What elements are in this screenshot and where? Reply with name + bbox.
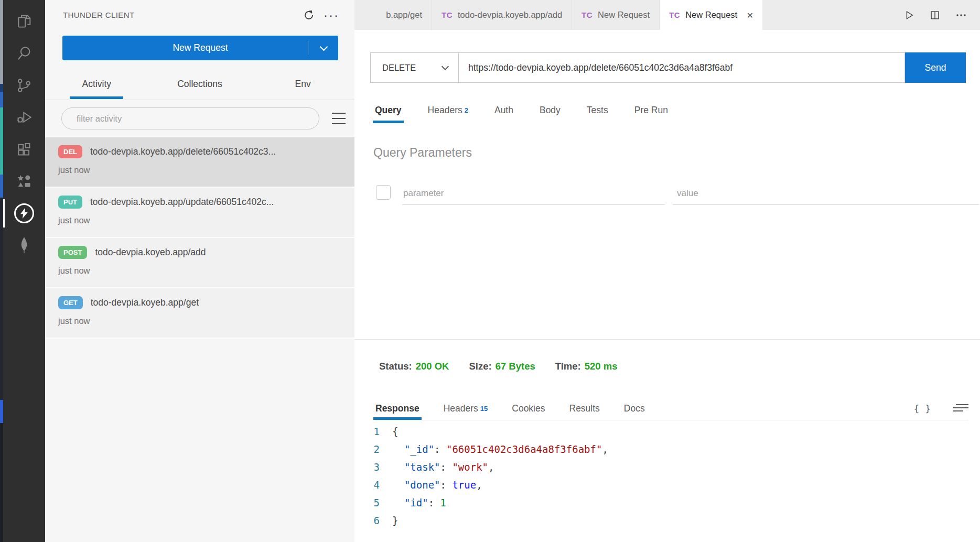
activity-bar-item-extensions-icon[interactable] [3, 133, 45, 165]
request-tab-tests[interactable]: Tests [587, 97, 608, 123]
method-badge: GET [58, 296, 83, 309]
code-line: 2 "_id": "66051c402c3d6a4a8f3f6abf", [354, 440, 980, 458]
hamburger-icon[interactable] [332, 113, 347, 124]
url-input[interactable] [459, 53, 904, 82]
request-tab-headers[interactable]: Headers2 [428, 97, 468, 123]
code-text: "id": 1 [380, 494, 446, 512]
vscode-window: THUNDER CLIENT ··· New Request ActivityC… [0, 0, 980, 542]
response-tab-docs[interactable]: Docs [624, 397, 645, 420]
chevron-down-icon[interactable] [320, 43, 328, 51]
tab-label: Response [375, 403, 419, 414]
request-tab-body[interactable]: Body [540, 97, 561, 123]
sidebar-more-icon[interactable]: ··· [322, 7, 341, 24]
response-tab-results[interactable]: Results [569, 397, 600, 420]
tab-label: Results [569, 403, 600, 414]
activity-item[interactable]: PUTtodo-devpia.koyeb.app/update/66051c40… [45, 188, 354, 238]
response-body[interactable]: 1{2 "_id": "66051c402c3d6a4a8f3f6abf",3 … [354, 422, 980, 542]
tab-label: Query [375, 105, 402, 116]
line-number: 5 [354, 494, 380, 512]
value-input[interactable] [673, 182, 979, 205]
search-icon [15, 45, 33, 62]
code-line: 6} [354, 512, 980, 529]
run-icon[interactable] [903, 9, 915, 21]
activity-bar-item-mongodb-icon[interactable] [3, 229, 45, 261]
format-lines-icon[interactable] [953, 404, 968, 413]
parameter-input[interactable] [402, 182, 665, 205]
request-time: just now [58, 165, 349, 175]
status-label: Status: [379, 361, 412, 372]
time-group: Time:520 ms [555, 361, 618, 372]
request-tab-query[interactable]: Query [375, 97, 402, 123]
thunder-client-icon [14, 203, 34, 223]
ellipsis-icon[interactable] [955, 9, 967, 21]
sidebar-tabs: ActivityCollectionsEnv [45, 69, 354, 99]
editor-tab[interactable]: TCtodo-devpia.koyeb.app/add [432, 0, 572, 30]
thunder-client-sidebar: THUNDER CLIENT ··· New Request ActivityC… [45, 0, 354, 542]
line-number: 2 [354, 440, 380, 458]
code-text: { [380, 422, 398, 440]
request-time: just now [58, 266, 349, 276]
response-tab-cookies[interactable]: Cookies [512, 397, 545, 420]
filter-activity-input[interactable] [61, 107, 319, 129]
method-badge: DEL [58, 145, 82, 158]
new-request-button[interactable]: New Request [62, 36, 338, 60]
tab-label: Pre Run [634, 105, 668, 116]
separator [45, 100, 354, 100]
time-label: Time: [555, 361, 581, 372]
size-label: Size: [469, 361, 491, 372]
editor-tab[interactable]: TCNew Request× [660, 0, 762, 30]
files-icon [15, 13, 33, 30]
activity-item[interactable]: POSTtodo-devpia.koyeb.app/addjust now [45, 238, 354, 288]
activity-bar-item-run-debug-icon[interactable] [3, 101, 45, 133]
request-tabs: QueryHeaders2AuthBodyTestsPre Run [375, 97, 694, 123]
editor-tab[interactable]: TCNew Request [572, 0, 660, 30]
tab-label: Docs [624, 403, 645, 414]
parameter-checkbox[interactable] [376, 185, 391, 200]
request-url: todo-devpia.koyeb.app/get [91, 297, 199, 308]
code-text: "task": "work", [380, 458, 494, 476]
activity-bar-item-shapes-icon[interactable] [3, 165, 45, 197]
size-group: Size:67 Bytes [469, 361, 535, 372]
request-time: just now [58, 215, 349, 225]
activity-bar-item-source-control-icon[interactable] [3, 69, 45, 101]
sidebar-tab-env[interactable]: Env [251, 69, 354, 99]
editor-tab-label: New Request [685, 10, 737, 20]
sidebar-title: THUNDER CLIENT [63, 10, 134, 19]
editor-tab[interactable]: b.app/get [354, 0, 432, 30]
mongodb-icon [17, 236, 31, 254]
request-tab-pre-run[interactable]: Pre Run [634, 97, 668, 123]
editor-area: b.app/getTCtodo-devpia.koyeb.app/addTCNe… [354, 0, 980, 542]
tab-count-badge: 15 [480, 405, 488, 413]
response-tab-headers[interactable]: Headers15 [444, 397, 488, 420]
refresh-icon[interactable] [300, 7, 317, 24]
tab-label: Headers [428, 105, 462, 116]
send-button[interactable]: Send [905, 52, 966, 83]
braces-icon[interactable]: { } [913, 403, 931, 414]
method-badge: POST [58, 246, 87, 259]
activity-item[interactable]: GETtodo-devpia.koyeb.app/getjust now [45, 288, 354, 339]
tab-label: Tests [587, 105, 608, 116]
sidebar-tab-collections[interactable]: Collections [148, 69, 252, 99]
request-tab-auth[interactable]: Auth [494, 97, 513, 123]
query-parameters-title: Query Parameters [373, 146, 472, 160]
response-status-row: Status:200 OK Size:67 Bytes Time:520 ms [379, 361, 618, 372]
code-line: 4 "done": true, [354, 476, 980, 494]
method-value: DELETE [382, 63, 416, 73]
shapes-icon [15, 172, 33, 190]
sidebar-tab-activity[interactable]: Activity [45, 69, 148, 99]
activity-item[interactable]: DELtodo-devpia.koyeb.app/delete/66051c40… [45, 137, 354, 188]
activity-bar-item-files-icon[interactable] [3, 5, 45, 37]
code-line: 1{ [354, 422, 980, 440]
close-icon[interactable]: × [747, 9, 753, 20]
request-url: todo-devpia.koyeb.app/update/66051c402c.… [90, 197, 274, 208]
split-editor-icon[interactable] [929, 9, 941, 21]
response-tab-response[interactable]: Response [375, 397, 419, 420]
chevron-down-icon [441, 63, 449, 70]
activity-bar-item-thunder-client-icon[interactable] [3, 197, 45, 229]
line-number: 6 [354, 512, 380, 529]
request-time: just now [58, 316, 349, 326]
tab-label: Auth [494, 105, 513, 116]
editor-tab-label: todo-devpia.koyeb.app/add [458, 10, 562, 20]
method-select[interactable]: DELETE [370, 52, 458, 83]
activity-bar-item-search-icon[interactable] [3, 37, 45, 69]
